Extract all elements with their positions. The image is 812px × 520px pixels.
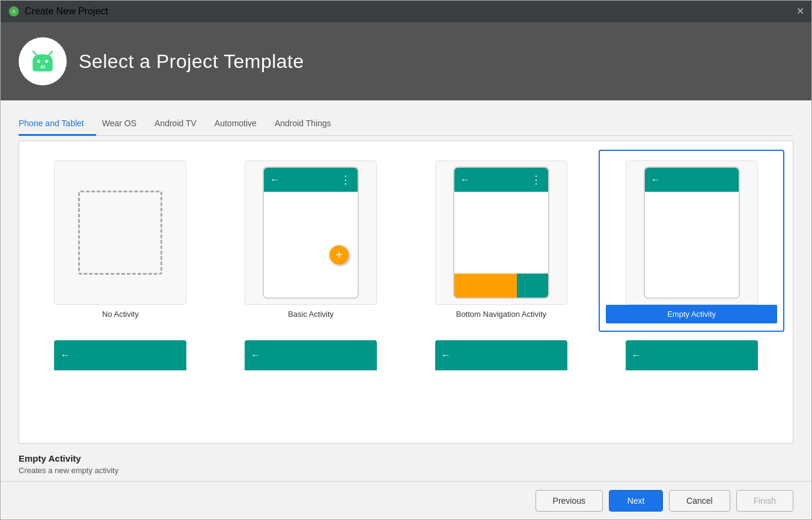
partial-card-1[interactable]: ←	[28, 340, 213, 375]
bottom-nav-toolbar: ← ⋮	[454, 168, 548, 192]
bottom-nav-content	[454, 192, 548, 274]
partial-card-2[interactable]: ←	[218, 340, 404, 375]
title-bar: A Create New Project ✕	[1, 1, 811, 22]
bottom-navigation-bar	[454, 274, 548, 298]
tab-automotive[interactable]: Automotive	[209, 112, 269, 136]
content-area: Phone and Tablet Wear OS Android TV Auto…	[1, 100, 811, 481]
partial-preview-2: ←	[245, 340, 377, 370]
empty-activity-preview: ←	[626, 161, 758, 305]
basic-activity-preview: ← ⋮ +	[245, 161, 377, 305]
app-icon: A	[8, 5, 20, 17]
svg-line-3	[49, 51, 52, 55]
partial-card-4[interactable]: ←	[599, 340, 784, 375]
template-grid-container[interactable]: No Activity ← ⋮ + Basic	[19, 141, 793, 444]
partial-arrow-4: ←	[632, 350, 641, 361]
no-activity-label: No Activity	[35, 305, 206, 323]
svg-text:A: A	[12, 8, 16, 14]
partial-arrow-2: ←	[251, 350, 260, 361]
no-activity-preview	[54, 161, 186, 305]
bottom-nav-item-3	[517, 274, 548, 298]
svg-point-5	[45, 60, 48, 63]
tab-wear-os[interactable]: Wear OS	[96, 112, 148, 136]
tab-bar: Phone and Tablet Wear OS Android TV Auto…	[19, 112, 793, 136]
fab-button-icon: +	[329, 245, 349, 265]
template-description: Empty Activity Creates a new empty activ…	[19, 444, 793, 481]
template-card-no-activity[interactable]: No Activity	[28, 150, 213, 332]
cancel-button[interactable]: Cancel	[669, 490, 730, 512]
partial-card-3[interactable]: ←	[409, 340, 594, 375]
bottom-nav-item-1	[454, 274, 486, 298]
window: A Create New Project ✕	[0, 0, 812, 520]
bottom-nav-item-2	[486, 274, 517, 298]
partial-arrow-3: ←	[441, 350, 451, 361]
partial-preview-3: ←	[435, 340, 567, 370]
svg-line-2	[33, 51, 37, 55]
basic-toolbar: ← ⋮	[264, 168, 358, 192]
basic-activity-phone: ← ⋮ +	[263, 167, 359, 299]
template-grid: No Activity ← ⋮ + Basic	[19, 141, 793, 340]
android-studio-logo: AI	[19, 37, 67, 85]
svg-point-4	[37, 60, 40, 63]
bottom-nav-phone: ← ⋮	[453, 167, 549, 299]
basic-activity-label: Basic Activity	[225, 305, 397, 323]
template-card-empty-activity[interactable]: ← Empty Activity	[599, 150, 784, 332]
logo-svg: AI	[28, 46, 58, 76]
bottom-nav-preview: ← ⋮	[435, 161, 567, 305]
description-title: Empty Activity	[19, 453, 793, 463]
tab-android-things[interactable]: Android Things	[269, 112, 343, 136]
header: AI Select a Project Template	[1, 22, 811, 100]
finish-button[interactable]: Finish	[736, 490, 793, 512]
tab-android-tv[interactable]: Android TV	[148, 112, 209, 136]
tab-phone-tablet[interactable]: Phone and Tablet	[19, 112, 96, 136]
partial-arrow-1: ←	[60, 350, 70, 361]
next-button[interactable]: Next	[609, 490, 663, 512]
description-text: Creates a new empty activity	[19, 466, 793, 475]
basic-content	[264, 192, 358, 298]
footer: Previous Next Cancel Finish	[1, 481, 811, 519]
empty-activity-phone: ←	[644, 167, 740, 299]
bottom-nav-label: Bottom Navigation Activity	[416, 305, 587, 323]
previous-button[interactable]: Previous	[536, 490, 603, 512]
partial-preview-1: ←	[54, 340, 186, 370]
empty-toolbar: ←	[645, 168, 739, 192]
partial-row: ← ← ← ←	[19, 340, 793, 381]
partial-preview-4: ←	[626, 340, 758, 370]
no-activity-dashed-box	[78, 191, 162, 275]
menu-dots-icon: ⋮	[340, 173, 352, 186]
title-bar-text: Create New Project	[25, 6, 108, 17]
svg-text:AI: AI	[40, 64, 45, 70]
page-title: Select a Project Template	[79, 50, 304, 73]
empty-activity-label: Empty Activity	[606, 305, 777, 323]
empty-content	[645, 192, 739, 298]
back-arrow-icon-3: ←	[651, 174, 661, 185]
title-bar-left: A Create New Project	[8, 5, 108, 17]
menu-dots-icon-2: ⋮	[531, 173, 542, 186]
close-button[interactable]: ✕	[796, 7, 804, 16]
back-arrow-icon-2: ←	[460, 174, 470, 185]
back-arrow-icon: ←	[270, 174, 279, 185]
template-card-bottom-nav[interactable]: ← ⋮ Bottom Navigation Activity	[409, 150, 594, 332]
template-card-basic-activity[interactable]: ← ⋮ + Basic Activity	[218, 150, 404, 332]
